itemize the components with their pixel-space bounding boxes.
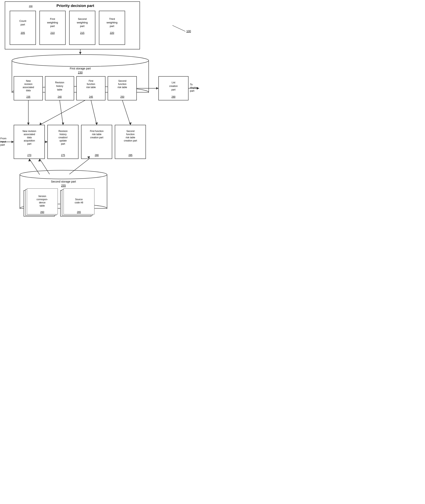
svg-text:creation part: creation part xyxy=(90,136,103,139)
svg-text:260: 260 xyxy=(40,211,44,213)
svg-text:code #8: code #8 xyxy=(75,201,83,204)
svg-marker-126 xyxy=(45,141,47,143)
svg-text:245: 245 xyxy=(89,95,93,98)
svg-text:table: table xyxy=(57,88,62,91)
svg-marker-130 xyxy=(38,159,41,161)
svg-text:weighting: weighting xyxy=(47,21,58,24)
svg-text:associated: associated xyxy=(24,133,35,136)
svg-text:table: table xyxy=(40,204,45,207)
svg-text:New revision: New revision xyxy=(23,130,36,133)
svg-text:Second: Second xyxy=(78,17,87,20)
svg-rect-83 xyxy=(20,208,107,213)
svg-text:part: part xyxy=(27,143,32,145)
svg-text:part: part xyxy=(190,89,194,92)
svg-rect-12 xyxy=(69,11,95,45)
svg-rect-29 xyxy=(14,76,43,100)
svg-text:Second: Second xyxy=(118,80,126,82)
svg-rect-35 xyxy=(45,76,74,100)
svg-text:weighting: weighting xyxy=(77,21,88,24)
svg-rect-80 xyxy=(20,175,107,208)
svg-text:creation part: creation part xyxy=(124,139,137,142)
svg-text:Third: Third xyxy=(109,17,115,20)
svg-text:275: 275 xyxy=(61,154,65,157)
svg-text:function: function xyxy=(118,83,126,86)
svg-text:280: 280 xyxy=(95,154,99,157)
svg-rect-87 xyxy=(24,191,54,216)
svg-line-131 xyxy=(69,159,89,174)
svg-marker-113 xyxy=(62,123,64,125)
svg-text:Revision: Revision xyxy=(55,81,64,84)
svg-marker-128 xyxy=(28,159,31,161)
svg-text:200: 200 xyxy=(29,5,33,7)
diagram: 200 Priority decision part Count part 20… xyxy=(0,0,212,252)
svg-rect-55 xyxy=(14,125,45,159)
svg-text:220: 220 xyxy=(110,31,114,34)
svg-line-116 xyxy=(122,100,130,125)
svg-text:From: From xyxy=(0,137,6,140)
svg-marker-119 xyxy=(40,123,42,125)
svg-text:250: 250 xyxy=(120,95,124,98)
svg-text:235: 235 xyxy=(26,95,30,98)
svg-text:data: data xyxy=(27,136,32,139)
svg-rect-25 xyxy=(12,92,148,98)
svg-text:part: part xyxy=(0,143,5,146)
svg-text:history: history xyxy=(56,85,63,88)
svg-text:First function: First function xyxy=(90,130,104,133)
svg-text:history: history xyxy=(60,133,66,136)
svg-text:part: part xyxy=(21,23,25,26)
svg-point-23 xyxy=(12,54,149,67)
svg-line-134 xyxy=(173,25,185,31)
svg-text:Priority decision part: Priority decision part xyxy=(56,4,94,8)
svg-line-118 xyxy=(40,100,85,125)
svg-text:255: 255 xyxy=(61,184,66,187)
svg-text:acquisition: acquisition xyxy=(24,139,35,142)
svg-text:correspon-: correspon- xyxy=(36,198,48,201)
svg-text:creation: creation xyxy=(169,85,178,88)
svg-text:Second: Second xyxy=(126,130,135,133)
svg-text:part: part xyxy=(80,25,85,27)
svg-rect-40 xyxy=(77,76,105,100)
svg-rect-88 xyxy=(25,190,56,215)
svg-rect-74 xyxy=(115,125,146,159)
svg-rect-89 xyxy=(27,189,58,214)
svg-line-127 xyxy=(29,159,40,175)
svg-marker-117 xyxy=(129,123,132,125)
svg-line-129 xyxy=(40,159,50,174)
svg-text:Version: Version xyxy=(38,195,46,198)
svg-text:part: part xyxy=(61,143,65,145)
svg-text:New: New xyxy=(26,80,31,82)
svg-text:creation/: creation/ xyxy=(59,136,68,139)
svg-text:dence: dence xyxy=(39,201,46,204)
svg-rect-17 xyxy=(99,11,125,45)
svg-point-81 xyxy=(20,170,107,179)
svg-text:risk table: risk table xyxy=(86,86,96,89)
svg-marker-121 xyxy=(12,141,14,143)
svg-marker-132 xyxy=(87,156,90,159)
svg-text:205: 205 xyxy=(21,31,25,34)
svg-text:associated: associated xyxy=(23,86,34,89)
svg-text:First: First xyxy=(50,17,55,20)
svg-point-24 xyxy=(12,86,149,98)
svg-text:240: 240 xyxy=(58,95,62,98)
svg-text:100: 100 xyxy=(186,30,191,33)
svg-text:290: 290 xyxy=(172,95,175,98)
svg-text:data: data xyxy=(26,89,31,92)
svg-marker-102 xyxy=(79,52,81,54)
svg-rect-45 xyxy=(108,76,137,100)
svg-text:First: First xyxy=(89,80,93,82)
svg-text:270: 270 xyxy=(27,154,31,157)
svg-text:part: part xyxy=(110,25,114,27)
svg-text:display: display xyxy=(190,86,198,89)
svg-rect-7 xyxy=(40,11,66,45)
svg-text:First storage part: First storage part xyxy=(70,67,91,70)
svg-marker-111 xyxy=(27,123,30,125)
svg-line-112 xyxy=(60,100,63,125)
svg-text:210: 210 xyxy=(50,31,55,34)
svg-text:function: function xyxy=(87,83,95,86)
svg-text:Second storage part: Second storage part xyxy=(51,180,76,183)
svg-rect-69 xyxy=(81,125,112,159)
svg-marker-104 xyxy=(156,87,159,89)
svg-text:weighting: weighting xyxy=(106,21,118,24)
svg-text:Revision: Revision xyxy=(59,130,68,133)
svg-text:Count: Count xyxy=(20,20,26,22)
